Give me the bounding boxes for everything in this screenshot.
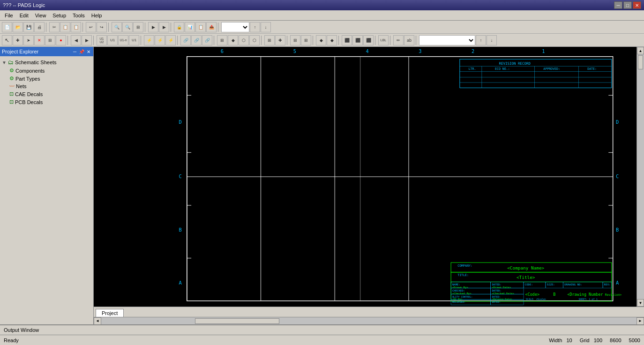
tb2-blk2[interactable]: ⬛ [352,35,363,45]
tb2-bus[interactable]: ⊞ [264,35,275,45]
close-button[interactable]: ✕ [633,1,641,9]
svg-text:COMPANY:: COMPANY: [457,264,472,268]
tb2-wire3[interactable]: 🔗 [202,35,212,45]
svg-text:Revision>: Revision> [605,293,622,297]
toolbar2: ↖ ✚ ➤ ✕ ⊞ ● ◀ ▶ U1U2 U1 U1-n U1 ⚡ ⚡ ⚡ 🔗 … [0,34,644,47]
tb2-group[interactable]: ⊞ [45,35,55,45]
toolbar-dropdown[interactable] [221,22,249,32]
tb-copy[interactable]: 📋 [60,22,70,32]
h-scroll-thumb[interactable] [195,318,279,324]
schematic-svg: 6 5 4 3 2 1 D C B A D C B A [94,47,637,307]
tb-undo[interactable]: ↩ [86,22,96,32]
tree-part-types[interactable]: ⚙ Part Types [2,75,91,82]
tb2-delete[interactable]: ✕ [34,35,45,45]
tb2-power3[interactable]: ⚡ [165,35,176,45]
tb-down[interactable]: ↓ [261,22,271,32]
tb-new[interactable]: 📄 [2,22,12,32]
tb2-hex2[interactable]: ⬡ [249,35,260,45]
tree-cae-decals[interactable]: ⊡ CAE Decals [2,90,91,98]
sep12 [261,36,263,45]
tb2-wire2[interactable]: 🔗 [191,35,202,45]
minimize-button[interactable]: ─ [614,1,622,9]
tb-export[interactable]: 📤 [206,22,217,32]
tb2-d2[interactable]: ◆ [327,35,337,45]
tb2-wire[interactable]: 🔗 [180,35,191,45]
canvas-area[interactable]: 6 5 4 3 2 1 D C B A D C B A [94,47,637,307]
tb2-blk3[interactable]: ⬛ [363,35,374,45]
tb-up[interactable]: ↑ [250,22,260,32]
tb-print[interactable]: 🖨 [34,22,45,32]
tb2-u1b[interactable]: U1 [107,35,118,45]
tb-chart[interactable]: 📊 [185,22,195,32]
tb2-prop1[interactable]: ⊞ [290,35,300,45]
output-window: Output Window [0,324,644,335]
svg-text:D: D [179,119,182,125]
tb2-move[interactable]: ➤ [23,35,34,45]
svg-text:B: B [616,227,619,232]
menu-view[interactable]: View [32,12,49,19]
project-tab[interactable]: Project [96,309,124,317]
tb2-lbl[interactable]: LBL [378,35,389,45]
tb2-red[interactable]: ● [56,35,66,45]
components-icon: ⚙ [9,68,14,74]
tb2-box[interactable]: ⊞ [217,35,227,45]
svg-text:C: C [616,173,619,179]
svg-text:<Checked By>: <Checked By> [452,292,472,295]
h-scroll-track[interactable] [101,317,637,324]
tree-components[interactable]: ⚙ Components [2,67,91,75]
tb-cut[interactable]: ✂ [49,22,60,32]
tb2-pencil[interactable]: ✏ [393,35,404,45]
pe-pin[interactable]: 📌 [78,49,85,54]
menu-tools[interactable]: Tools [70,12,88,19]
menu-help[interactable]: Help [89,12,105,19]
scroll-down-button[interactable]: ▼ [637,299,644,307]
tb-zoom-out[interactable]: 🔍 [122,22,133,32]
tb2-u1c[interactable]: U1 [129,35,139,45]
tb2-next[interactable]: ▶ [82,35,92,45]
tb-forward2[interactable]: ▶ [159,22,169,32]
scroll-left-button[interactable]: ◄ [94,317,101,325]
scroll-right-button[interactable]: ► [637,317,644,325]
pe-minimize[interactable]: ─ [72,49,77,54]
menu-file[interactable]: File [2,12,16,19]
status-bar: Ready Width 10 Grid 100 8600 5000 [0,335,644,345]
tb-paste[interactable]: 📋 [71,22,81,32]
tb-save[interactable]: 💾 [23,22,34,32]
tb2-d1[interactable]: ◆ [316,35,326,45]
svg-text:SCALE: <Scale>: SCALE: <Scale> [526,298,546,300]
maximize-button[interactable]: □ [623,1,632,9]
tree-pcb-decals[interactable]: ⊡ PCB Decals [2,98,91,106]
tb-zoom-in[interactable]: 🔍 [112,22,122,32]
scroll-up-button[interactable]: ▲ [637,47,644,54]
svg-text:1: 1 [542,48,545,54]
tb2-prev[interactable]: ◀ [71,35,81,45]
menu-setup[interactable]: Setup [50,12,69,19]
tb2-power[interactable]: ⚡ [144,35,154,45]
tb2-select[interactable]: ↖ [2,35,12,45]
tree-nets[interactable]: 〰 Nets [2,82,91,90]
tb-forward[interactable]: ▶ [148,22,158,32]
tb-open[interactable]: 📂 [13,22,23,32]
tb2-prop2[interactable]: ⊞ [301,35,311,45]
tb2-up[interactable]: ↑ [476,35,486,45]
menu-edit[interactable]: Edit [17,12,31,19]
tb2-u1n[interactable]: U1-n [118,35,128,45]
toolbar2-dropdown[interactable] [419,35,475,45]
tb2-add[interactable]: ✚ [13,35,23,45]
tb2-dn[interactable]: ↓ [487,35,497,45]
tb2-hex[interactable]: ⬡ [239,35,249,45]
tb2-u1a[interactable]: U1U2 [97,35,107,45]
tb-lock[interactable]: 🔒 [174,22,184,32]
scroll-thumb[interactable] [638,55,643,69]
tb-zoom-fit[interactable]: ⊞ [133,22,143,32]
pe-close[interactable]: ✕ [86,49,91,54]
scroll-track[interactable] [637,54,644,299]
tb2-add2[interactable]: ✚ [275,35,285,45]
tb-redo[interactable]: ↪ [97,22,107,32]
tb2-diamond[interactable]: ◆ [228,35,238,45]
tree-schematic-sheets[interactable]: ▼ 🗂 Schematic Sheets [2,58,91,67]
tb2-ab[interactable]: ab [404,35,414,45]
tb-report[interactable]: 📋 [195,22,206,32]
tb2-blk1[interactable]: ⬛ [342,35,352,45]
tb2-power2[interactable]: ⚡ [155,35,165,45]
